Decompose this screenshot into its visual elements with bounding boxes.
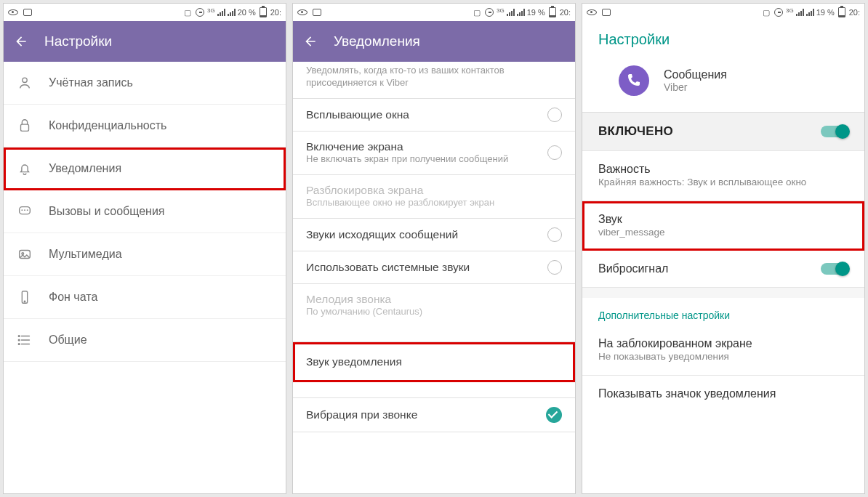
- row-notification-sound[interactable]: Звук уведомления: [293, 342, 575, 382]
- viber-app-icon: [619, 65, 649, 96]
- appbar-title: Настройки: [44, 33, 112, 49]
- row-chat-bg[interactable]: Фон чата: [4, 276, 286, 319]
- row-title: Звуки исходящих сообщений: [306, 228, 539, 241]
- row-general[interactable]: Общие: [4, 319, 286, 362]
- signal-icon-2: [228, 9, 236, 16]
- row-vibration[interactable]: Вибросигнал: [582, 251, 864, 288]
- row-title: Звук: [598, 213, 848, 226]
- row-title: Разблокировка экрана: [306, 184, 562, 197]
- row-title: Вибросигнал: [598, 262, 821, 275]
- battery-icon: [258, 7, 268, 17]
- row-sound[interactable]: Звук viber_message: [582, 201, 864, 251]
- row-popup[interactable]: Всплывающие окна: [293, 99, 575, 132]
- battery-icon: [837, 7, 847, 17]
- signal-icon: [217, 9, 225, 16]
- media-icon: [17, 246, 33, 262]
- row-title: Включение экрана: [306, 140, 539, 153]
- row-badge[interactable]: Показывать значок уведомления: [582, 376, 864, 412]
- row-enabled[interactable]: ВКЛЮЧЕНО: [582, 112, 864, 151]
- row-privacy[interactable]: Конфиденциальность: [4, 105, 286, 148]
- back-button[interactable]: [303, 34, 318, 49]
- row-sub: Крайняя важность: Звук и всплывающее окн…: [598, 176, 848, 189]
- row-title: Использовать системные звуки: [306, 261, 539, 274]
- row-ringtone: Мелодия звонка По умолчанию (Centaurus): [293, 284, 575, 327]
- battery-icon: [547, 7, 558, 17]
- battery-percent: 19 %: [816, 8, 835, 17]
- row-title: ВКЛЮЧЕНО: [598, 124, 821, 139]
- back-button[interactable]: [14, 34, 28, 49]
- row-vibrate-call[interactable]: Вибрация при звонке: [293, 398, 575, 432]
- row-title: На заблокированном экране: [598, 337, 848, 350]
- screen-viber-settings: ▢ 3G 20 % 20: Настройки Учётная запись К…: [3, 3, 286, 494]
- row-title: Вибрация при звонке: [306, 408, 537, 421]
- appbar: Настройки: [4, 21, 286, 62]
- settings-list: Учётная запись Конфиденциальность Уведом…: [4, 62, 286, 493]
- radio-off-icon[interactable]: [547, 227, 562, 242]
- battery-percent: 19 %: [527, 8, 545, 17]
- page-title: Настройки: [582, 21, 864, 52]
- row-media[interactable]: Мультимедиа: [4, 233, 286, 276]
- teamviewer-icon: [312, 7, 322, 17]
- clock-time: 20:: [849, 8, 860, 17]
- svg-point-0: [23, 78, 27, 82]
- eye-icon: [8, 7, 18, 17]
- radio-off-icon[interactable]: [547, 260, 562, 275]
- alarm-icon: [773, 7, 784, 17]
- row-importance[interactable]: Важность Крайняя важность: Звук и всплыв…: [582, 151, 864, 201]
- app-name: Сообщения: [664, 68, 727, 81]
- person-icon: [17, 75, 33, 91]
- divider: [582, 288, 864, 298]
- radio-off-icon[interactable]: [547, 145, 562, 160]
- row-sub: Уведомлять, когда кто-то из ваших контак…: [306, 65, 562, 89]
- row-system-sounds[interactable]: Использовать системные звуки: [293, 251, 575, 284]
- row-title: Показывать значок уведомления: [598, 387, 848, 400]
- divider: [293, 326, 575, 342]
- cast-icon: ▢: [472, 7, 482, 17]
- svg-point-8: [18, 339, 20, 341]
- phone-icon: [17, 289, 33, 305]
- svg-rect-1: [21, 124, 29, 131]
- app-sub: Viber: [664, 81, 727, 93]
- section-header-extra: Дополнительные настройки: [582, 298, 864, 326]
- clock-time: 20:: [270, 8, 281, 17]
- signal-icon-2: [517, 9, 525, 16]
- row-sub: Не показывать уведомления: [598, 350, 848, 363]
- teamviewer-icon: [23, 7, 33, 17]
- row-notifications[interactable]: Уведомления: [4, 148, 286, 190]
- row-account[interactable]: Учётная запись: [4, 62, 286, 105]
- row-sub: Не включать экран при получении сообщени…: [306, 153, 539, 166]
- radio-off-icon[interactable]: [547, 108, 562, 122]
- row-join-notify[interactable]: Уведомлять, когда кто-то из ваших контак…: [293, 62, 575, 99]
- row-outgoing-sounds[interactable]: Звуки исходящих сообщений: [293, 219, 575, 251]
- row-label: Конфиденциальность: [49, 119, 166, 132]
- row-label: Вызовы и сообщения: [49, 205, 165, 218]
- svg-point-6: [24, 301, 25, 302]
- row-title: Важность: [598, 163, 848, 176]
- switch-on-icon[interactable]: [821, 126, 848, 137]
- row-title: Звук уведомления: [306, 355, 562, 368]
- row-sub: viber_message: [598, 226, 848, 239]
- app-header: Сообщения Viber: [582, 52, 864, 112]
- cast-icon: ▢: [182, 7, 193, 17]
- row-screen-on[interactable]: Включение экрана Не включать экран при п…: [293, 132, 575, 175]
- alarm-icon: [195, 7, 205, 17]
- divider: [293, 382, 575, 398]
- switch-on-icon[interactable]: [821, 263, 848, 275]
- eye-icon: [297, 7, 308, 17]
- row-sub: Всплывающее окно не разблокирует экран: [306, 197, 562, 209]
- network-3g: 3G: [786, 7, 794, 14]
- clock-time: 20:: [560, 8, 571, 17]
- bell-icon: [17, 161, 33, 177]
- row-lockscreen[interactable]: На заблокированном экране Не показывать …: [582, 326, 864, 376]
- check-on-icon[interactable]: [546, 407, 562, 423]
- svg-point-9: [18, 344, 20, 345]
- chat-icon: [17, 203, 33, 219]
- signal-icon: [796, 9, 804, 16]
- appbar: Уведомления: [293, 21, 575, 62]
- notification-list: Уведомлять, когда кто-то из ваших контак…: [293, 62, 575, 493]
- row-calls[interactable]: Вызовы и сообщения: [4, 190, 286, 233]
- row-label: Мультимедиа: [49, 248, 122, 261]
- teamviewer-icon: [601, 7, 611, 17]
- appbar-title: Уведомления: [334, 33, 420, 49]
- statusbar: ▢ 3G 20 % 20:: [4, 4, 286, 21]
